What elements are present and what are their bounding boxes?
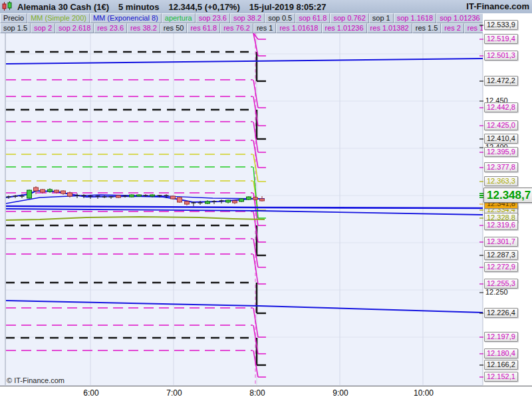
price-label: 12.180,4 — [484, 348, 518, 358]
time-label: 7:00 — [166, 388, 182, 398]
indicator-row-2: sop 1.5sop 2sop 2.618res 23.6res 38.2res… — [0, 23, 483, 33]
indicator-cell-sop-1.01236[interactable]: sop 1.01236 — [436, 13, 483, 23]
price-label: 12.363,3 — [484, 176, 518, 186]
price-label: 12.287,3 — [484, 250, 518, 260]
current-price-label: 12.348,7 — [483, 188, 532, 203]
indicator-cell-sop-1.5[interactable]: sop 1.5 — [0, 23, 31, 33]
price-label: 12.272,9 — [484, 262, 518, 272]
price-label: 12.442,8 — [484, 102, 518, 112]
time-label: 10:00 — [414, 388, 434, 398]
price-label: 12.166,2 — [484, 360, 518, 370]
indicator-cell-sop-0.5[interactable]: sop 0.5 — [265, 13, 295, 23]
indicator-cell-res-1[interactable]: res 1 — [253, 23, 276, 33]
price-label: 12.197,9 — [484, 332, 518, 342]
price-label: 12.472,2 — [484, 76, 518, 86]
price-label: 12.410,4 — [484, 134, 518, 144]
indicator-cell-sop-38.2[interactable]: sop 38.2 — [230, 13, 265, 23]
indicator-cell-sop-1[interactable]: sop 1 — [369, 13, 394, 23]
indicator-cell-res-76.2[interactable]: res 76.2 — [220, 23, 253, 33]
time-label: 9:00 — [332, 388, 348, 398]
indicator-cell-sop-2[interactable]: sop 2 — [31, 23, 55, 33]
indicator-cell-mm-exponencial-8-[interactable]: MM (Exponencial 8) — [90, 13, 162, 23]
timeframe: 5 minutos — [118, 2, 159, 12]
price-label: 12.301,7 — [484, 237, 518, 247]
indicator-cell-sop-1.1618[interactable]: sop 1.1618 — [394, 13, 436, 23]
brand-logo: IT-Finance.com — [466, 1, 529, 11]
title-bar: Alemania 30 Cash (1€) 5 minutos 12.344,5… — [0, 0, 532, 13]
indicator-cell-res-38.2[interactable]: res 38.2 — [127, 23, 160, 33]
indicator-cell-res-1.01618[interactable]: res 1.01618 — [276, 23, 321, 33]
indicator-cell-sop-2.618[interactable]: sop 2.618 — [55, 23, 94, 33]
time-label: 8:00 — [249, 388, 265, 398]
indicator-cell-sop-61.8[interactable]: sop 61.8 — [295, 13, 330, 23]
price-label: 12.319,6 — [484, 220, 518, 230]
indicator-cell-precio[interactable]: Precio — [0, 13, 27, 23]
price-label: 12.425,0 — [484, 120, 518, 130]
indicator-row-1: PrecioMM (Simple 200)MM (Exponencial 8)a… — [0, 13, 483, 23]
indicator-cell-sop-23.6[interactable]: sop 23.6 — [196, 13, 230, 23]
indicator-cell-res-23.6[interactable]: res 23.6 — [94, 23, 127, 33]
copyright-text: © IT-Finance.com — [7, 376, 65, 384]
price-label: 12.226,4 — [484, 308, 518, 318]
price-label: 12.501,3 — [484, 51, 518, 61]
candlestick-icon — [2, 1, 13, 13]
instrument-name: Alemania 30 Cash (1€) — [17, 2, 109, 12]
indicator-cell-res-50[interactable]: res 50 — [160, 23, 188, 33]
datetime: 15-jul-2019 8:05:27 — [249, 2, 327, 12]
price-label: 12.255,3 — [484, 279, 518, 289]
price-label: 12.519,4 — [484, 34, 518, 44]
indicator-cell-res-1.02618[interactable]: res 1.02618 — [464, 23, 483, 33]
trading-platform-window: { "titlebar": { "instrument": "Alemania … — [0, 0, 532, 399]
price-label: 12.250 — [485, 288, 508, 297]
indicator-cell-sop-0.762[interactable]: sop 0.762 — [330, 13, 368, 23]
indicator-cell-res-1.01382[interactable]: res 1.01382 — [367, 23, 412, 33]
price-label: 12.395,9 — [484, 147, 518, 157]
time-axis[interactable]: 6:007:008:009:0010:00 — [0, 386, 532, 399]
last-price-change: 12.344,5 (+0,17%) — [168, 2, 239, 12]
indicator-cell-apertura[interactable]: apertura — [162, 13, 196, 23]
indicator-cell-res-2[interactable]: res 2 — [441, 23, 464, 33]
price-label: 12.377,8 — [484, 162, 518, 172]
price-label: 12.533,9 — [484, 20, 518, 30]
indicator-cell-res-1.01236[interactable]: res 1.01236 — [322, 23, 367, 33]
indicator-cell-res-61.8[interactable]: res 61.8 — [187, 23, 220, 33]
indicator-cell-res-1.5[interactable]: res 1.5 — [412, 23, 442, 33]
time-label: 6:00 — [83, 388, 98, 398]
price-label: 12.152,1 — [484, 372, 518, 382]
chart-plot-area[interactable] — [0, 33, 483, 386]
indicator-cell-mm-simple-200-[interactable]: MM (Simple 200) — [27, 13, 90, 23]
